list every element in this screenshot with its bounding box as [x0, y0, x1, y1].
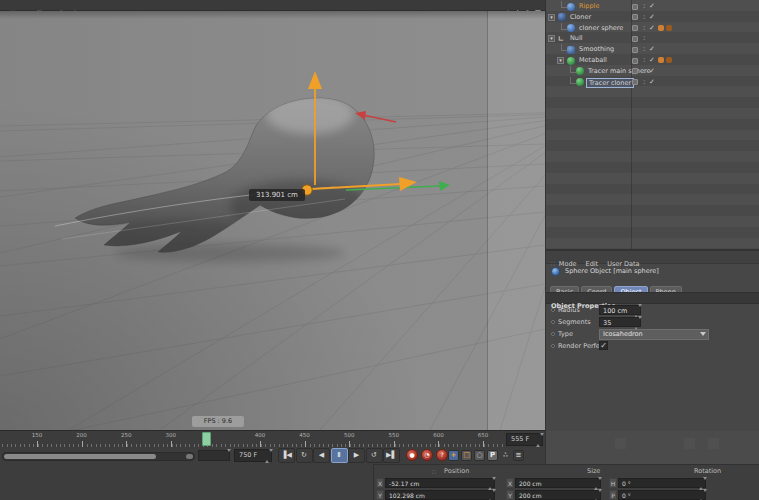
layer-icon[interactable]: [632, 68, 638, 74]
object-name: Tracer cloner: [586, 78, 634, 88]
ruler-minor-tick: [198, 444, 199, 447]
ruler-minor-tick: [488, 444, 489, 447]
animation-dot-icon[interactable]: [551, 344, 555, 348]
ruler-minor-tick: [73, 444, 74, 447]
enable-check-icon[interactable]: ✓: [649, 66, 655, 76]
visibility-dots-icon[interactable]: :: [643, 66, 645, 76]
visibility-dots-icon[interactable]: :: [643, 1, 645, 11]
enable-check-icon[interactable]: ✓: [649, 1, 655, 11]
ruler-minor-tick: [185, 444, 186, 447]
layer-icon[interactable]: [632, 36, 638, 42]
record-parameter-toggle[interactable]: P: [487, 450, 498, 461]
object-row-null[interactable]: ▾∟Null:: [546, 33, 759, 44]
animation-dot-icon[interactable]: [551, 308, 555, 312]
mograph-tag-icon[interactable]: [666, 57, 672, 63]
pause-button[interactable]: Ⅱ: [331, 448, 348, 463]
loop-button[interactable]: ↺: [366, 448, 383, 463]
end-frame-field[interactable]: 555 F: [506, 433, 543, 446]
timeline-scrollbar[interactable]: [2, 452, 195, 461]
visibility-dots-icon[interactable]: :: [643, 55, 645, 65]
expand-toggle-icon[interactable]: ▾: [548, 14, 555, 21]
object-row-cloner[interactable]: ▾Cloner:✓: [546, 12, 759, 23]
object-manager: Ripple:✓▾Cloner:✓cloner sphere:✓▾∟Null:S…: [546, 0, 759, 250]
enable-check-icon[interactable]: ✓: [649, 55, 655, 65]
rotation-field[interactable]: 0 °: [618, 490, 706, 500]
enable-check-icon[interactable]: ✓: [649, 44, 655, 54]
size-field[interactable]: 200 cm: [515, 490, 601, 500]
object-name: Metaball: [577, 56, 609, 64]
ruler-minor-tick: [69, 444, 70, 447]
autokeying-button[interactable]: ◔: [421, 449, 433, 461]
property-label: Segments: [558, 318, 591, 326]
goto-start-button[interactable]: ▐◀: [278, 448, 295, 463]
ruler-minor-tick: [292, 444, 293, 447]
ruler-minor-tick: [56, 444, 57, 447]
play-reverse-button[interactable]: ↻: [296, 448, 313, 463]
pla-dots-toggle[interactable]: ∴: [500, 450, 511, 461]
enable-check-icon[interactable]: ✓: [649, 12, 655, 22]
layer-icon[interactable]: [632, 47, 638, 53]
previous-frame-button[interactable]: ◀: [313, 448, 330, 463]
animation-dot-icon[interactable]: [551, 332, 555, 336]
ruler-major-tick: [126, 441, 127, 447]
object-row-tracer-cloner[interactable]: Tracer cloner:✓: [546, 77, 759, 88]
object-row-smoothing[interactable]: Smoothing:✓: [546, 44, 759, 55]
ruler-label: 450: [299, 432, 310, 438]
expand-toggle-icon[interactable]: ▾: [557, 57, 564, 64]
timeline-playhead[interactable]: [202, 432, 211, 446]
layer-icon[interactable]: [632, 14, 638, 20]
position-field[interactable]: -52.17 cm: [385, 478, 495, 488]
timeline-ruler[interactable]: 150200250300400450500550600650 555 F: [0, 430, 545, 449]
keyframe-selection-button[interactable]: ?: [436, 449, 448, 461]
goto-end-button[interactable]: ▶▌: [383, 448, 400, 463]
ruler-minor-tick: [216, 444, 217, 447]
axis-chip: X: [506, 478, 514, 488]
layer-icon[interactable]: [632, 25, 638, 31]
layer-icon[interactable]: [632, 58, 638, 64]
size-field[interactable]: 200 cm: [515, 478, 601, 488]
expand-toggle-icon[interactable]: ▾: [548, 35, 555, 42]
timeline-scroll-thumb[interactable]: [4, 454, 156, 459]
range-end-field[interactable]: 750 F: [234, 449, 272, 462]
ruler-minor-tick: [154, 444, 155, 447]
property-dropdown[interactable]: Icosahedron: [599, 329, 709, 340]
enable-check-icon[interactable]: ✓: [649, 77, 655, 87]
record-position-toggle[interactable]: +: [448, 450, 459, 461]
object-row-cloner-sphere[interactable]: cloner sphere:✓: [546, 23, 759, 34]
record-keyframe-button[interactable]: ●: [406, 449, 418, 461]
property-checkbox[interactable]: ✓: [599, 341, 608, 350]
object-name: Ripple: [577, 2, 601, 10]
property-value-field[interactable]: 35: [599, 317, 641, 327]
layer-icon[interactable]: [632, 4, 638, 10]
object-row-tracer-main-sphere[interactable]: Tracer main sphere:✓: [546, 66, 759, 77]
mograph-tag-icon[interactable]: [658, 57, 664, 63]
viewport[interactable]: 313.901 cm FPS : 9.6: [0, 11, 545, 430]
axis-chip: Y: [506, 490, 514, 500]
layer-icon[interactable]: [632, 79, 638, 85]
record-scale-toggle[interactable]: □: [461, 450, 472, 461]
ruler-major-tick: [171, 441, 172, 447]
object-row-ripple[interactable]: Ripple:✓: [546, 1, 759, 12]
keying-settings-button[interactable]: ≡: [513, 450, 524, 461]
mograph-tag-icon[interactable]: [666, 25, 672, 31]
menubar: MenuFiturPanel +↓⊘▣: [0, 0, 545, 11]
visibility-dots-icon[interactable]: :: [643, 33, 645, 43]
rotation-field[interactable]: 0 °: [618, 478, 706, 488]
play-forward-button[interactable]: ▶: [348, 448, 365, 463]
enable-check-icon[interactable]: ✓: [649, 23, 655, 33]
object-row-metaball[interactable]: ▾Metaball:✓: [546, 55, 759, 66]
visibility-dots-icon[interactable]: :: [643, 44, 645, 54]
visibility-dots-icon[interactable]: :: [643, 12, 645, 22]
position-field[interactable]: 102.298 cm: [385, 490, 495, 500]
ruler-label: 650: [478, 432, 489, 438]
record-rotation-toggle[interactable]: ○: [474, 450, 485, 461]
mograph-tag-icon[interactable]: [658, 25, 664, 31]
timeline-scroll-knob[interactable]: [186, 454, 193, 459]
visibility-dots-icon[interactable]: :: [643, 77, 645, 87]
property-value-field[interactable]: 100 cm: [599, 305, 641, 315]
animation-dot-icon[interactable]: [551, 320, 555, 324]
ruler-minor-tick: [479, 444, 480, 447]
timeline-zoom-widget[interactable]: [198, 450, 230, 461]
ruler-minor-tick: [20, 444, 21, 447]
visibility-dots-icon[interactable]: :: [643, 23, 645, 33]
